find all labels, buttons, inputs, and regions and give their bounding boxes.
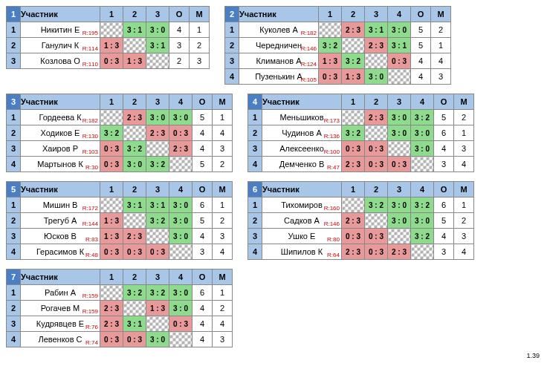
player-name: Шипилов К bbox=[281, 247, 323, 256]
player-name: Климанов А bbox=[256, 56, 301, 65]
hdr-col-4: 4 bbox=[388, 7, 411, 22]
row-index: 2 bbox=[7, 213, 21, 229]
score-cell: 3 : 0 bbox=[365, 69, 388, 85]
table-row: 3Хаиров РR:1030 : 33 : 22 : 343 bbox=[7, 141, 233, 157]
group-7: 7Участник1234ОМ1Рабин АR:1593 : 23 : 23 … bbox=[6, 269, 233, 347]
score-cell: 3 : 0 bbox=[169, 229, 192, 244]
score-cell: 1 : 3 bbox=[100, 213, 123, 229]
group-5: 5Участник1234ОМ1Мишин ВR:1723 : 13 : 13 … bbox=[6, 181, 233, 260]
player-name: Тихомиров bbox=[281, 200, 323, 209]
player-name: Ганулич К bbox=[42, 41, 80, 50]
group-number: 3 bbox=[7, 94, 21, 110]
points-cell: 5 bbox=[434, 110, 454, 125]
row-index: 1 bbox=[248, 197, 262, 213]
place-cell: 4 bbox=[213, 125, 233, 141]
place-cell: 2 bbox=[454, 110, 474, 125]
group-table: 4Участник1234ОМ1МеньшиковR:1732 : 33 : 0… bbox=[248, 94, 474, 172]
place-cell: 1 bbox=[454, 125, 474, 141]
player-name: Юсков В bbox=[44, 232, 77, 241]
row-index: 1 bbox=[248, 110, 262, 125]
player-name: Козлова О bbox=[40, 56, 80, 65]
hdr-points: О bbox=[169, 7, 190, 22]
score-cell: 2 : 3 bbox=[342, 244, 365, 260]
diag-cell bbox=[100, 197, 123, 213]
player-name: Ушко Е bbox=[288, 232, 316, 241]
score-cell: 3 : 0 bbox=[411, 213, 434, 229]
diag-cell bbox=[146, 229, 169, 244]
diag-cell bbox=[100, 22, 123, 38]
player-name-cell: Демченко ВR:47 bbox=[262, 157, 342, 172]
score-cell: 0 : 3 bbox=[123, 332, 146, 347]
group-number: 6 bbox=[248, 182, 262, 197]
diag-cell bbox=[388, 229, 411, 244]
place-cell: 2 bbox=[431, 22, 451, 38]
player-name-cell: Пузенькин АR:105 bbox=[239, 69, 319, 85]
score-cell: 3 : 2 bbox=[146, 285, 169, 301]
row-index: 3 bbox=[7, 53, 21, 69]
player-name-cell: ТихомировR:160 bbox=[262, 197, 342, 213]
table-row: 1Мишин ВR:1723 : 13 : 13 : 061 bbox=[7, 197, 233, 213]
diag-cell bbox=[146, 316, 169, 332]
hdr-col-1: 1 bbox=[342, 182, 365, 197]
score-cell: 3 : 0 bbox=[146, 22, 169, 38]
score-cell: 0 : 3 bbox=[319, 69, 342, 85]
place-cell: 2 bbox=[454, 213, 474, 229]
hdr-col-1: 1 bbox=[100, 7, 123, 22]
diag-cell bbox=[169, 157, 192, 172]
player-name: Меньшиков bbox=[279, 113, 323, 122]
row-index: 3 bbox=[7, 316, 21, 332]
player-name-cell: Козлова ОR:110 bbox=[21, 53, 100, 69]
hdr-col-3: 3 bbox=[365, 7, 388, 22]
score-cell: 2 : 3 bbox=[365, 38, 388, 53]
hdr-col-3: 3 bbox=[388, 182, 411, 197]
score-cell: 0 : 3 bbox=[342, 229, 365, 244]
player-rating: R:103 bbox=[82, 148, 98, 155]
score-cell: 3 : 0 bbox=[123, 157, 146, 172]
score-cell: 0 : 3 bbox=[123, 244, 146, 260]
score-cell: 3 : 1 bbox=[123, 197, 146, 213]
score-cell: 3 : 0 bbox=[169, 213, 192, 229]
score-cell: 3 : 1 bbox=[146, 197, 169, 213]
diag-cell bbox=[319, 22, 342, 38]
score-cell: 2 : 3 bbox=[123, 110, 146, 125]
player-rating: R:172 bbox=[82, 205, 98, 212]
footer-version: 1.39 bbox=[6, 352, 544, 359]
player-name: Ходиков Е bbox=[41, 128, 80, 137]
place-cell: 4 bbox=[454, 244, 474, 260]
table-row: 3Козлова ОR:1100 : 31 : 323 bbox=[7, 53, 210, 69]
group-row: 7Участник1234ОМ1Рабин АR:1593 : 23 : 23 … bbox=[6, 269, 544, 347]
score-cell: 3 : 0 bbox=[169, 110, 192, 125]
row-index: 3 bbox=[7, 141, 21, 157]
table-row: 3Ушко ЕR:800 : 30 : 33 : 243 bbox=[248, 229, 474, 244]
place-cell: 2 bbox=[213, 213, 233, 229]
group-number: 1 bbox=[7, 7, 21, 22]
place-cell: 3 bbox=[213, 332, 233, 347]
points-cell: 4 bbox=[192, 125, 213, 141]
player-rating: R:76 bbox=[85, 324, 98, 330]
hdr-place: М bbox=[431, 7, 451, 22]
score-cell: 1 : 3 bbox=[100, 229, 123, 244]
group-table: 6Участник1234ОМ1ТихомировR:1603 : 23 : 0… bbox=[248, 181, 474, 260]
points-cell: 4 bbox=[434, 229, 454, 244]
score-cell: 0 : 3 bbox=[388, 157, 411, 172]
score-cell: 3 : 1 bbox=[123, 316, 146, 332]
place-cell: 2 bbox=[213, 157, 233, 172]
table-row: 4Шипилов КR:642 : 30 : 32 : 334 bbox=[248, 244, 474, 260]
score-cell: 3 : 2 bbox=[411, 229, 434, 244]
player-rating: R:30 bbox=[85, 164, 98, 171]
place-cell: 3 bbox=[190, 53, 210, 69]
score-cell: 2 : 3 bbox=[388, 244, 411, 260]
row-index: 3 bbox=[248, 229, 262, 244]
hdr-col-3: 3 bbox=[146, 94, 169, 110]
diag-cell bbox=[100, 285, 123, 301]
place-cell: 1 bbox=[213, 285, 233, 301]
diag-cell bbox=[169, 332, 192, 347]
player-rating: R:173 bbox=[324, 117, 340, 124]
row-index: 4 bbox=[248, 244, 262, 260]
score-cell: 0 : 3 bbox=[100, 53, 123, 69]
table-row: 1Куколев АR:1822 : 33 : 13 : 052 bbox=[225, 22, 451, 38]
points-cell: 4 bbox=[192, 316, 213, 332]
points-cell: 5 bbox=[192, 110, 213, 125]
group-table: 3Участник1234ОМ1Гордеева КR:1822 : 33 : … bbox=[6, 94, 233, 172]
table-row: 3Климанов АR:1241 : 33 : 20 : 344 bbox=[225, 53, 451, 69]
